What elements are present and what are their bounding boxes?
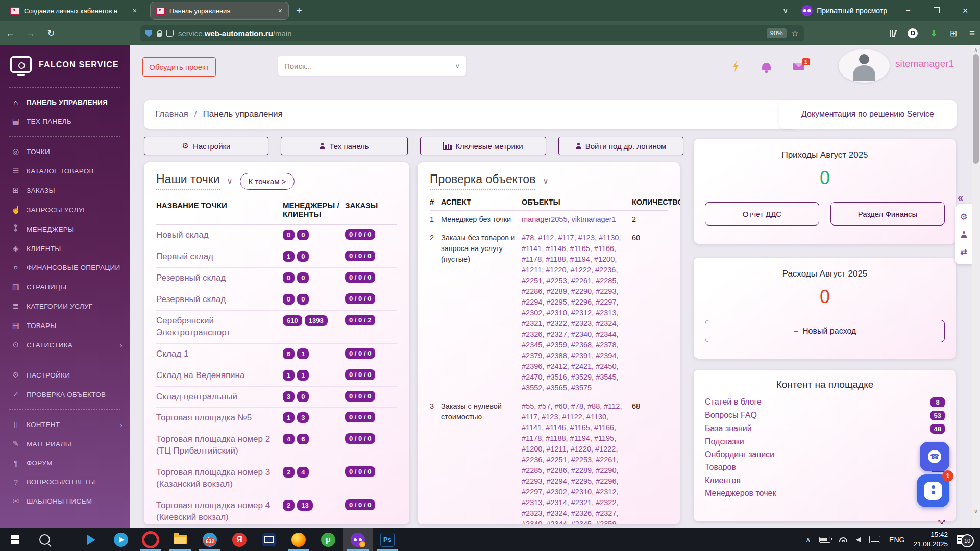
dds-report-button[interactable]: Отчет ДДС [705,202,819,226]
tech-panel-button[interactable]: Тех панель [281,137,408,155]
key-metrics-button[interactable]: Ключевые метрики [420,137,546,155]
sidebar-item-service-categories[interactable]: ≣КАТЕГОРИИ УСЛУГ [0,296,130,316]
taskbar-photoshop[interactable]: Ps [373,528,402,551]
point-row[interactable]: Склад на Веденяпина110 / 0 / 0 [156,365,397,387]
settings-button[interactable]: ⚙Настройки [144,137,268,155]
zoom-level-badge[interactable]: 90% [767,28,787,38]
language-indicator[interactable]: ENG [889,536,904,544]
taskbar-yandex[interactable]: Я [225,528,254,551]
viber-widget-button[interactable]: ☎ [920,442,949,471]
content-stat-row[interactable]: Статей в блоге8 [705,395,945,409]
content-stat-row[interactable]: Клиентов [705,474,945,487]
start-button[interactable] [0,528,30,551]
scroll-down-icon[interactable]: ∨ [972,508,980,515]
taskbar-falcon-app[interactable] [254,528,284,551]
sidebar-item-pages[interactable]: ▥СТРАНИЦЫ [0,277,130,296]
bookmark-star-icon[interactable]: ☆ [791,28,799,39]
new-expense-button[interactable]: −Новый расход [705,320,945,342]
taskbar-telegram-2[interactable]: 632 [195,528,225,551]
sidebar-item-settings[interactable]: ⚙НАСТРОЙКИ [0,365,130,385]
taskbar-utorrent[interactable]: µ [313,528,343,551]
chevron-down-icon[interactable]: ∨ [543,177,548,186]
window-restore-button[interactable] [929,6,944,15]
sidebar-item-managers[interactable]: ⁑МЕНЕДЖЕРЫ [0,219,130,239]
our-points-title[interactable]: Наши точки [156,172,220,190]
sidebar-item-forum[interactable]: ¶ФОРУМ [0,454,130,472]
swap-arrows-icon[interactable]: ⇄ [960,247,967,257]
taskbar-telegram[interactable] [106,528,136,551]
object-check-title[interactable]: Проверка объектов [430,172,535,190]
point-row[interactable]: Резервный склад000 / 0 / 0 [156,289,397,311]
scrollbar-thumb[interactable] [973,54,979,164]
back-button[interactable]: ← [0,28,20,39]
taskbar-search-button[interactable] [30,528,59,551]
gear-icon[interactable]: ⚙ [960,212,967,222]
taskbar-opera[interactable] [136,528,165,551]
user-avatar[interactable] [839,49,890,83]
sidebar-item-tech-panel[interactable]: ▤ТЕХ ПАНЕЛЬ [0,112,130,131]
list-tabs-icon[interactable]: ∨ [782,6,788,15]
point-row[interactable]: Склад центральный300 / 0 / 0 [156,387,397,408]
taskbar-media-player[interactable] [77,528,106,551]
library-icon[interactable] [890,29,896,37]
sidebar-item-content[interactable]: ▯КОНТЕНТ› [0,415,130,434]
permissions-icon[interactable] [166,30,174,37]
person-icon[interactable] [961,231,967,238]
taskbar-firefox[interactable] [284,528,313,551]
sidebar-item-points[interactable]: ◎ТОЧКИ [0,142,130,161]
widget-move-arrows-icon[interactable]: ↔↔ [934,512,949,528]
brand[interactable]: FALCON SERVICE [0,45,130,82]
lock-icon[interactable] [157,33,162,37]
sidebar-item-materials[interactable]: ✎МАТЕРИАЛЫ [0,434,130,454]
taskbar-file-explorer[interactable] [165,528,195,551]
tab-inactive[interactable]: Создание личных кабинетов н × [5,2,143,19]
content-stat-row[interactable]: База знаний48 [705,422,945,435]
sidebar-item-questions-answers[interactable]: ?ВОПРОСЫ/ОТВЕТЫ [0,472,130,491]
quick-actions-lightning-icon[interactable] [732,61,740,72]
content-stat-row[interactable]: Онбординг записи [705,448,945,461]
menu-icon[interactable]: ≡ [969,28,975,39]
tab-close-icon[interactable]: × [277,7,283,15]
tracking-protection-icon[interactable] [145,30,152,37]
wifi-icon[interactable] [839,537,847,542]
content-stat-row[interactable]: Подсказки [705,435,945,448]
messages-envelope-icon[interactable]: 1 [793,63,804,70]
point-row[interactable]: Торговая площадка номер 4 (Киевский вокз… [156,495,397,524]
refresh-button[interactable]: ↻ [41,28,61,39]
clock[interactable]: 15:4221.08.2025 [913,530,948,548]
forward-button[interactable]: → [20,28,41,39]
speaker-icon[interactable] [856,537,861,542]
sidebar-item-mail-templates[interactable]: ✉ШАБЛОНЫ ПИСЕМ [0,491,130,511]
finance-section-button[interactable]: Раздел Финансы [830,202,945,226]
point-row[interactable]: Новый склад000 / 0 / 0 [156,225,397,246]
sidebar-item-goods[interactable]: ▦ТОВАРЫ [0,316,130,335]
to-points-button[interactable]: К точкам > [240,173,295,190]
chevron-down-icon[interactable]: ∨ [455,62,460,70]
sidebar-item-orders[interactable]: ⊞ЗАКАЗЫ [0,181,130,200]
collapse-panel-icon[interactable]: « [958,192,963,204]
search-input[interactable]: Поиск... ∨ [278,56,466,76]
point-row[interactable]: Торговая площадка номер 2 (ТЦ Прибалтийс… [156,429,397,462]
content-stat-row[interactable]: Менеджеров точек [705,487,945,499]
tab-close-icon[interactable]: × [132,7,138,15]
point-row[interactable]: Торговая площадка №5130 / 0 / 0 [156,408,397,429]
point-row[interactable]: Склад 1610 / 0 / 0 [156,344,397,365]
sidebar-item-clients[interactable]: ◈КЛИЕНТЫ [0,239,130,258]
tray-expand-icon[interactable]: ∧ [806,536,811,543]
username-link[interactable]: sitemanager1 [895,58,954,69]
taskbar-firefox-private[interactable] [343,528,373,551]
battery-icon[interactable] [819,537,830,543]
sidebar-item-statistics[interactable]: ⊙СТАТИСТИКА› [0,335,130,355]
window-minimize-button[interactable]: − [900,6,916,15]
tab-active[interactable]: Панель управления × [150,2,289,20]
point-row[interactable]: Торговая площадка номер 3 (Казанский вок… [156,462,397,495]
notifications-icon[interactable]: 10 [957,535,968,544]
point-row[interactable]: Резервный склад000 / 0 / 0 [156,268,397,289]
documentation-button[interactable]: Документация по решению Service [779,100,957,129]
content-stat-row[interactable]: Товаров49 [705,461,945,474]
sidebar-item-financial-operations[interactable]: ¤ФИНАНСОВЫЕ ОПЕРАЦИИ [0,258,130,277]
download-arrow-icon[interactable]: ⇓ [930,28,937,39]
discuss-project-button[interactable]: Обсудить проект [142,57,216,77]
point-row[interactable]: Первый склад100 / 0 / 0 [156,246,397,268]
chevron-down-icon[interactable]: ∨ [227,177,233,186]
